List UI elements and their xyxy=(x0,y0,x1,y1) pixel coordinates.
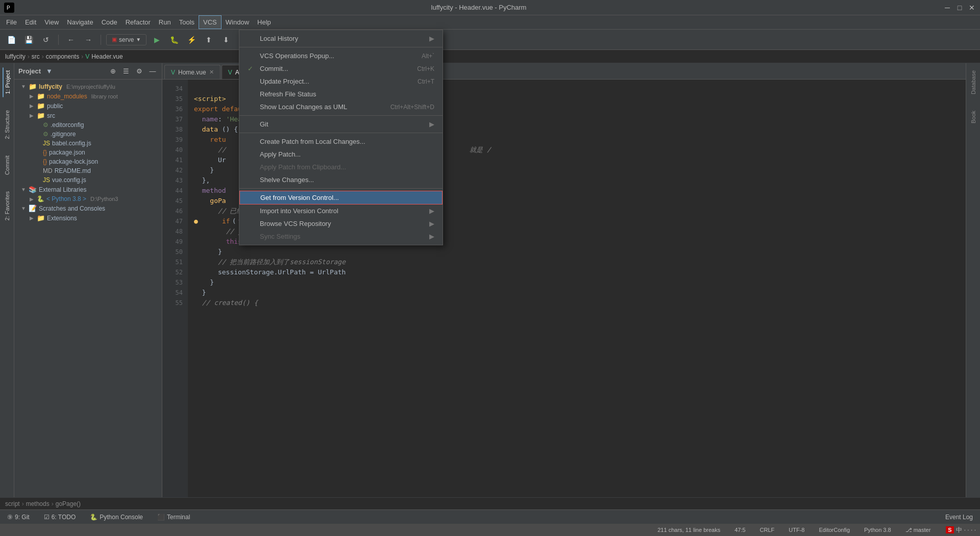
toolbar-back[interactable]: ← xyxy=(64,33,78,47)
toolbar-vcs1[interactable]: ⬆ xyxy=(202,33,216,47)
vcs-menu-show-changes-uml[interactable]: Show Local Changes as UML Ctrl+Alt+Shift… xyxy=(239,100,443,113)
status-branch[interactable]: ⎇ master xyxy=(902,527,934,533)
line-num-53: 53 xyxy=(162,277,183,288)
tab-structure[interactable]: 2: Structure xyxy=(3,107,11,142)
line-num-46: 46 xyxy=(162,206,183,216)
menu-edit[interactable]: Edit xyxy=(21,15,40,29)
run-coverage[interactable]: ⚡ xyxy=(184,33,199,47)
sidebar-dropdown[interactable]: ▼ xyxy=(46,67,53,75)
right-panels: Database Book xyxy=(966,63,980,497)
run-config-button[interactable]: ▣ serve ▼ xyxy=(106,34,146,45)
tab-home-vue[interactable]: V Home.vue ✕ xyxy=(164,65,220,79)
vcs-menu-git[interactable]: Git ▶ xyxy=(239,118,443,131)
line-num-48: 48 xyxy=(162,226,183,237)
tree-item-scratches[interactable]: ▼ 📝 Scratches and Consoles xyxy=(14,203,162,213)
status-chars[interactable]: 211 chars, 11 line breaks xyxy=(654,527,723,533)
breadcrumb-part-4[interactable]: V xyxy=(85,53,89,60)
folder-icon-luffycity: 📁 xyxy=(29,83,37,90)
tree-item-public[interactable]: ▶ 📁 public xyxy=(14,101,162,111)
breadcrumb-part-1[interactable]: luffycity xyxy=(5,53,26,60)
sidebar-locate[interactable]: ⊕ xyxy=(108,66,118,76)
vcs-menu-commit[interactable]: ✓ Commit... Ctrl+K xyxy=(239,62,443,75)
window-title: luffycity - Header.vue - PyCharm xyxy=(14,4,943,11)
vcs-menu-get-from-vcs[interactable]: Get from Version Control... xyxy=(239,191,443,205)
vcs-menu-apply-patch[interactable]: Apply Patch... xyxy=(239,148,443,161)
tree-item-ext-libs[interactable]: ▼ 📚 External Libraries xyxy=(14,185,162,194)
bottom-tab-terminal[interactable]: ⬛ Terminal xyxy=(154,510,193,524)
tab-favorites[interactable]: 2: Favorites xyxy=(3,188,11,223)
sidebar-collapse[interactable]: ☰ xyxy=(121,66,131,76)
tree-item-editorconfig[interactable]: ⚙ .editorconfig xyxy=(14,120,162,130)
bread2-script[interactable]: script xyxy=(5,500,20,507)
breadcrumb-part-3[interactable]: components xyxy=(46,53,79,60)
menu-refactor[interactable]: Refactor xyxy=(121,15,155,29)
status-indent[interactable]: EditorConfig xyxy=(816,527,853,533)
vcs-menu-import-into-vcs[interactable]: Import into Version Control ▶ xyxy=(239,205,443,217)
toolbar-save[interactable]: 💾 xyxy=(21,33,36,47)
menu-code[interactable]: Code xyxy=(97,15,121,29)
status-position[interactable]: 47:5 xyxy=(731,527,748,533)
tree-item-node-modules[interactable]: ▶ 📁 node_modules library root xyxy=(14,91,162,101)
toolbar-refresh[interactable]: ↺ xyxy=(39,33,53,47)
menu-file[interactable]: File xyxy=(2,15,21,29)
bottom-event-log[interactable]: Event Log xyxy=(942,510,976,524)
tab-commit[interactable]: Commit xyxy=(3,152,11,178)
spacer-readme xyxy=(35,168,41,174)
menu-view[interactable]: View xyxy=(40,15,63,29)
menu-help[interactable]: Help xyxy=(253,15,275,29)
tree-item-extensions[interactable]: ▶ 📁 Extensions xyxy=(14,213,162,223)
sidebar-title: Project xyxy=(18,67,41,75)
tree-item-luffycity[interactable]: ▼ 📁 luffycity E:\myproject\luffy\lu xyxy=(14,82,162,91)
run-button[interactable]: ▶ xyxy=(150,33,164,47)
breadcrumb-file[interactable]: Header.vue xyxy=(91,53,122,60)
menu-tools[interactable]: Tools xyxy=(175,15,199,29)
label-get-from-vcs: Get from Version Control... xyxy=(260,194,339,201)
close-button[interactable]: ✕ xyxy=(968,4,976,12)
tree-item-vue-config[interactable]: JS vue.config.js xyxy=(14,175,162,185)
menu-navigate[interactable]: Navigate xyxy=(63,15,97,29)
tree-item-package-lock[interactable]: {} package-lock.json xyxy=(14,157,162,166)
label-node-modules: node_modules xyxy=(47,93,87,100)
vcs-menu-local-history[interactable]: Local History ▶ xyxy=(239,32,443,45)
tab-close-home[interactable]: ✕ xyxy=(209,69,214,75)
tree-item-babel[interactable]: JS babel.config.js xyxy=(14,139,162,148)
maximize-button[interactable]: □ xyxy=(955,4,964,12)
panel-database[interactable]: Database xyxy=(969,67,977,97)
status-line-sep[interactable]: CRLF xyxy=(757,527,778,533)
tree-item-python38[interactable]: ▶ 🐍 < Python 3.8 > D:\Python3 xyxy=(14,194,162,203)
debug-button[interactable]: 🐛 xyxy=(167,33,181,47)
tree-item-package[interactable]: {} package.json xyxy=(14,148,162,157)
bottom-tab-todo[interactable]: ☑ 6: TODO xyxy=(41,510,79,524)
todo-icon: ☑ xyxy=(44,514,50,521)
menu-run[interactable]: Run xyxy=(155,15,175,29)
toolbar-forward[interactable]: → xyxy=(81,33,95,47)
bread2-gopage[interactable]: goPage() xyxy=(56,500,81,507)
menu-vcs[interactable]: VCS xyxy=(199,15,222,29)
toolbar-vcs2[interactable]: ⬇ xyxy=(219,33,233,47)
minimize-button[interactable]: ─ xyxy=(943,4,951,12)
icon-babel: JS xyxy=(43,140,50,147)
status-encoding[interactable]: UTF-8 xyxy=(786,527,807,533)
bottom-tab-git[interactable]: ⑨ 9: Git xyxy=(4,510,33,524)
vcs-menu-browse-vcs[interactable]: Browse VCS Repository ▶ xyxy=(239,217,443,230)
vcs-menu-shelve-changes[interactable]: Shelve Changes... xyxy=(239,173,443,186)
tree-item-readme[interactable]: MD README.md xyxy=(14,166,162,175)
line-num-43: 43 xyxy=(162,175,183,186)
menu-window[interactable]: Window xyxy=(222,15,253,29)
bottom-tab-python-console[interactable]: 🐍 Python Console xyxy=(87,510,146,524)
tab-project[interactable]: 1: Project xyxy=(3,67,12,97)
toolbar-new[interactable]: 📄 xyxy=(4,33,18,47)
tree-item-src[interactable]: ▶ 📁 src xyxy=(14,111,162,120)
label-create-patch: Create Patch from Local Changes... xyxy=(260,138,365,145)
status-python[interactable]: Python 3.8 xyxy=(861,527,894,533)
sidebar-settings[interactable]: ⚙ xyxy=(134,66,144,76)
vcs-menu-update-project[interactable]: Update Project... Ctrl+T xyxy=(239,75,443,88)
bread2-methods[interactable]: methods xyxy=(26,500,50,507)
vcs-menu-operations-popup[interactable]: VCS Operations Popup... Alt+` xyxy=(239,49,443,62)
panel-book[interactable]: Book xyxy=(969,108,977,126)
vcs-menu-refresh-status[interactable]: Refresh File Status xyxy=(239,88,443,100)
breadcrumb-part-2[interactable]: src xyxy=(32,53,40,60)
sidebar-minimize[interactable]: — xyxy=(148,66,158,76)
tree-item-gitignore[interactable]: ⚙ .gitignore xyxy=(14,130,162,139)
vcs-menu-create-patch[interactable]: Create Patch from Local Changes... xyxy=(239,135,443,148)
